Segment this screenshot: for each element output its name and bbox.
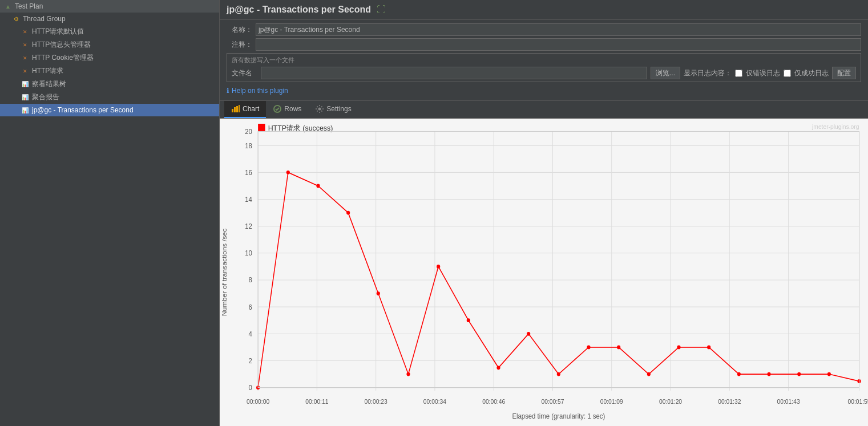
svg-point-61 bbox=[496, 366, 500, 370]
sidebar-item-test-plan[interactable]: ▲ Test Plan bbox=[0, 0, 219, 13]
chart-tab-icon bbox=[231, 104, 240, 113]
help-link[interactable]: ℹ Help on this plugin bbox=[227, 84, 861, 97]
svg-text:6: 6 bbox=[248, 303, 252, 311]
svg-point-5 bbox=[318, 108, 321, 111]
sidebar-item-http-default[interactable]: ✕ HTTP请求默认值 bbox=[0, 25, 219, 38]
config-button[interactable]: 配置 bbox=[832, 67, 856, 79]
svg-point-69 bbox=[737, 372, 741, 376]
svg-text:18: 18 bbox=[245, 141, 252, 150]
http-header-icon: ✕ bbox=[21, 40, 30, 50]
svg-text:00:01:55: 00:01:55 bbox=[847, 397, 868, 404]
name-input[interactable] bbox=[256, 23, 861, 36]
comment-input[interactable] bbox=[256, 38, 861, 51]
success-log-label: 仅成功日志 bbox=[794, 68, 829, 78]
browse-button[interactable]: 浏览... bbox=[651, 67, 680, 79]
svg-text:2: 2 bbox=[248, 357, 252, 366]
name-row: 名称： bbox=[227, 23, 861, 36]
svg-rect-1 bbox=[234, 107, 236, 112]
sidebar-item-http-header[interactable]: ✕ HTTP信息头管理器 bbox=[0, 38, 219, 51]
sidebar-item-label: Test Plan bbox=[15, 2, 43, 10]
svg-text:Number of transactions /sec: Number of transactions /sec bbox=[221, 229, 228, 317]
file-input[interactable] bbox=[261, 67, 647, 79]
main-header: jp@gc - Transactions per Second ⛶ bbox=[220, 0, 868, 20]
svg-text:00:00:00: 00:00:00 bbox=[247, 397, 269, 404]
svg-text:4: 4 bbox=[248, 330, 252, 338]
tab-rows[interactable]: Rows bbox=[266, 101, 308, 118]
info-icon: ℹ bbox=[227, 87, 229, 95]
file-row: 文件名 浏览... 显示日志内容： 仅错误日志 仅成功日志 配置 bbox=[232, 67, 856, 79]
svg-text:16: 16 bbox=[245, 168, 252, 177]
svg-rect-0 bbox=[232, 109, 233, 112]
sidebar-item-label: HTTP Cookie管理器 bbox=[32, 53, 94, 63]
svg-rect-2 bbox=[236, 106, 238, 112]
sidebar-item-label: HTTP信息头管理器 bbox=[32, 40, 91, 50]
chart-tab-label: Chart bbox=[243, 105, 259, 113]
file-group-title: 所有数据写入一个文件 bbox=[232, 56, 856, 64]
svg-point-68 bbox=[707, 346, 710, 350]
svg-point-63 bbox=[557, 372, 560, 376]
http-default-icon: ✕ bbox=[21, 27, 30, 36]
sidebar-item-aggregate[interactable]: 📊 聚合报告 bbox=[0, 91, 219, 104]
svg-point-62 bbox=[527, 332, 530, 336]
sidebar-item-label: 聚合报告 bbox=[32, 92, 59, 102]
main-content: jp@gc - Transactions per Second ⛶ 名称： 注释… bbox=[220, 0, 868, 426]
settings-tab-icon bbox=[315, 104, 324, 113]
sidebar-item-tps[interactable]: 📊 jp@gc - Transactions per Second bbox=[0, 104, 219, 116]
svg-point-54 bbox=[286, 171, 290, 175]
svg-point-60 bbox=[467, 318, 470, 322]
display-log-label: 显示日志内容： bbox=[684, 68, 732, 78]
sidebar-item-http-request[interactable]: ✕ HTTP请求 bbox=[0, 64, 219, 78]
svg-point-56 bbox=[346, 211, 350, 215]
svg-point-57 bbox=[377, 291, 380, 295]
chart-area: 0 2 4 6 8 10 12 14 16 18 20 Number of tr… bbox=[220, 119, 868, 426]
tab-settings[interactable]: Settings bbox=[308, 101, 358, 118]
svg-point-66 bbox=[647, 372, 651, 376]
svg-text:00:00:11: 00:00:11 bbox=[305, 397, 328, 404]
rows-tab-icon bbox=[273, 104, 282, 113]
svg-text:8: 8 bbox=[248, 276, 252, 285]
sidebar-item-thread-group[interactable]: ⚙ Thread Group bbox=[0, 13, 219, 25]
sidebar-item-label: jp@gc - Transactions per Second bbox=[32, 106, 134, 114]
sidebar-item-http-cookie[interactable]: ✕ HTTP Cookie管理器 bbox=[0, 51, 219, 64]
svg-text:00:00:23: 00:00:23 bbox=[365, 397, 387, 404]
svg-text:00:01:20: 00:01:20 bbox=[659, 397, 682, 404]
svg-text:Elapsed time (granularity: 1 s: Elapsed time (granularity: 1 sec) bbox=[512, 412, 605, 420]
test-plan-icon: ▲ bbox=[3, 2, 13, 11]
svg-text:12: 12 bbox=[245, 222, 252, 231]
tabs-bar: Chart Rows Settings bbox=[220, 101, 868, 119]
sidebar-item-label: HTTP请求 bbox=[32, 66, 63, 76]
thread-group-icon: ⚙ bbox=[11, 14, 21, 23]
svg-text:20: 20 bbox=[245, 127, 252, 136]
svg-rect-3 bbox=[239, 105, 240, 112]
sidebar-item-label: HTTP请求默认值 bbox=[32, 27, 84, 36]
http-cookie-icon: ✕ bbox=[21, 54, 30, 63]
comment-label: 注释： bbox=[227, 40, 252, 50]
help-text: Help on this plugin bbox=[232, 87, 288, 95]
svg-point-65 bbox=[617, 346, 620, 350]
tab-chart[interactable]: Chart bbox=[224, 101, 266, 118]
svg-text:00:00:46: 00:00:46 bbox=[482, 397, 505, 404]
file-label: 文件名 bbox=[232, 68, 257, 78]
expand-icon[interactable]: ⛶ bbox=[377, 5, 386, 15]
sidebar-item-label: 察看结果树 bbox=[32, 79, 66, 89]
svg-text:00:00:34: 00:00:34 bbox=[423, 397, 446, 404]
settings-tab-label: Settings bbox=[326, 105, 351, 113]
svg-point-55 bbox=[316, 184, 320, 188]
rows-tab-label: Rows bbox=[284, 105, 301, 113]
sidebar-item-view-results[interactable]: 📊 察看结果树 bbox=[0, 78, 219, 91]
comment-row: 注释： bbox=[227, 38, 861, 51]
page-title: jp@gc - Transactions per Second bbox=[227, 5, 371, 15]
chart-svg: 0 2 4 6 8 10 12 14 16 18 20 Number of tr… bbox=[220, 119, 868, 426]
success-log-checkbox[interactable] bbox=[784, 70, 791, 77]
svg-text:10: 10 bbox=[245, 249, 252, 258]
svg-text:00:01:43: 00:01:43 bbox=[777, 397, 800, 404]
name-label: 名称： bbox=[227, 25, 252, 35]
error-log-checkbox[interactable] bbox=[735, 70, 742, 77]
svg-point-70 bbox=[767, 372, 770, 376]
error-log-label: 仅错误日志 bbox=[746, 68, 780, 78]
svg-text:0: 0 bbox=[248, 384, 252, 392]
svg-text:00:01:09: 00:01:09 bbox=[600, 397, 623, 404]
svg-point-64 bbox=[587, 346, 590, 350]
tps-icon: 📊 bbox=[21, 106, 30, 115]
form-area: 名称： 注释： 所有数据写入一个文件 文件名 浏览... 显示日志内容： 仅错误… bbox=[220, 20, 868, 101]
